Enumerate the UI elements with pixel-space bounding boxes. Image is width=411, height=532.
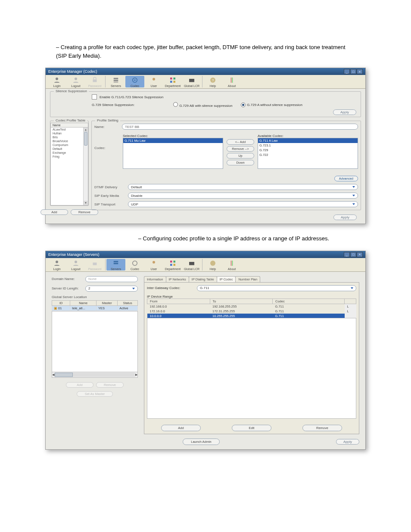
tb-about[interactable]: About xyxy=(222,259,241,271)
tb-help[interactable]: Help xyxy=(203,259,222,271)
silence-apply-button[interactable]: Apply xyxy=(333,109,356,115)
list-item[interactable]: Comporium xyxy=(51,143,88,147)
profile-list[interactable]: ALawTest Hufran Bris BroadVoice Comporiu… xyxy=(50,128,88,205)
list-item[interactable]: G.711 A Law xyxy=(258,138,358,143)
tb-password[interactable]: Password xyxy=(85,259,104,271)
maximize-icon[interactable]: □ xyxy=(350,252,356,257)
svg-rect-31 xyxy=(231,261,232,266)
table-row[interactable]: 172.16.0.0172.31.255.255G.711L xyxy=(147,309,356,314)
tb-help[interactable]: ?Help xyxy=(203,76,222,87)
ip-range-list-body[interactable] xyxy=(147,318,356,419)
svg-rect-2 xyxy=(93,80,97,82)
list-item[interactable]: Exchange xyxy=(51,151,88,155)
list-item[interactable]: Fring xyxy=(51,155,88,159)
tab-ip-networks[interactable]: IP Networks xyxy=(166,276,189,282)
dtmf-delivery-select[interactable]: Default xyxy=(128,184,358,190)
codec-up-button[interactable]: Up xyxy=(227,153,254,159)
svg-rect-13 xyxy=(189,79,194,82)
close-icon[interactable]: × xyxy=(357,69,363,74)
tb-globallcr[interactable]: Global LCR xyxy=(182,259,201,271)
window-titlebar: Enterprise Manager (Codec) _ □ × xyxy=(46,68,365,75)
list-item[interactable]: Hufran xyxy=(51,131,88,135)
list-item[interactable]: Bris xyxy=(51,135,88,139)
maximize-icon[interactable]: □ xyxy=(350,69,356,74)
tb-globallcr[interactable]: Global LCR xyxy=(182,76,201,87)
tb-department[interactable]: Department xyxy=(163,259,182,271)
g729-a-radio[interactable] xyxy=(241,103,246,107)
launch-admin-button[interactable]: Launch Admin xyxy=(183,439,220,445)
svg-rect-3 xyxy=(114,78,118,79)
list-item[interactable]: G.729 xyxy=(258,148,358,152)
tab-information[interactable]: Information xyxy=(144,276,166,282)
server-add-button[interactable]: Add xyxy=(66,382,93,388)
list-item[interactable]: ALawTest xyxy=(51,128,88,131)
svg-rect-20 xyxy=(93,262,97,265)
tb-codec[interactable]: Codec xyxy=(125,259,144,271)
tb-servers[interactable]: Servers xyxy=(106,259,125,271)
window-controls[interactable]: _ □ × xyxy=(344,252,363,257)
enable-silence-checkbox[interactable] xyxy=(92,94,97,100)
g729-ab-radio[interactable] xyxy=(173,102,178,107)
tb-department[interactable]: Department xyxy=(163,76,182,87)
list-item[interactable]: G.711 Mu Law xyxy=(123,138,223,143)
svg-rect-5 xyxy=(114,82,118,83)
tb-about[interactable]: About xyxy=(222,76,241,87)
server-id-length-select[interactable]: 2 xyxy=(85,286,138,292)
selected-codec-list[interactable]: G.711 Mu Law xyxy=(123,138,223,169)
server-remove-button[interactable]: Remove xyxy=(96,382,124,388)
inter-gateway-codec-select[interactable]: G.711 xyxy=(197,285,356,291)
list-item[interactable]: BroadVoice xyxy=(51,139,88,143)
servers-apply-button[interactable]: Apply xyxy=(336,439,359,445)
range-remove-button[interactable]: Remove xyxy=(302,425,342,431)
range-edit-button[interactable]: Edit xyxy=(232,425,271,431)
svg-point-30 xyxy=(210,261,215,266)
close-icon[interactable]: × xyxy=(357,252,363,257)
codec-remove-button[interactable]: Remove --> xyxy=(227,146,254,152)
tb-user[interactable]: User xyxy=(144,259,163,271)
ip-range-table[interactable]: From To Codec 192.168.0.0192.168.255.255… xyxy=(147,299,356,318)
tab-ip-codec[interactable]: IP Codec xyxy=(217,276,236,282)
server-table[interactable]: ID Name Master Status ▣ 01 tele_atl... Y… xyxy=(52,300,138,311)
profile-add-button[interactable]: Add xyxy=(40,209,68,215)
caption-codec-profile: – Creating a profile for each codec type… xyxy=(56,43,355,60)
tb-login[interactable]: Login xyxy=(47,259,66,271)
sip-transport-select[interactable]: UDP xyxy=(128,201,358,207)
tb-codec[interactable]: Codec xyxy=(125,76,144,87)
chevron-down-icon xyxy=(351,287,353,289)
list-item[interactable]: Default xyxy=(51,147,88,151)
list-item[interactable]: G.722 xyxy=(258,152,358,157)
svg-point-0 xyxy=(56,78,58,80)
table-row[interactable]: ▣ 01 tele_atl... YES Active xyxy=(52,305,138,311)
profile-apply-button[interactable]: Apply xyxy=(333,215,357,220)
tb-logout[interactable]: Logout xyxy=(66,259,85,271)
server-list-body[interactable] xyxy=(52,311,138,372)
advanced-button[interactable]: Advanced xyxy=(334,176,358,181)
svg-rect-21 xyxy=(114,261,118,262)
tb-servers[interactable]: Servers xyxy=(106,76,125,87)
domain-name-input[interactable]: None xyxy=(85,276,138,282)
available-codec-list[interactable]: G.711 A Law G.723.1 G.729 G.722 xyxy=(258,138,358,169)
svg-rect-29 xyxy=(189,262,194,265)
minimize-icon[interactable]: _ xyxy=(344,69,350,74)
codec-add-button[interactable]: <-- Add xyxy=(227,139,254,145)
sip-early-media-select[interactable]: Disable xyxy=(128,193,358,199)
tb-user[interactable]: User xyxy=(144,76,163,87)
profile-name-input[interactable]: TEST BB xyxy=(122,124,358,130)
profile-scrollbar[interactable]: ▲▼ xyxy=(83,128,88,205)
svg-point-18 xyxy=(56,261,58,263)
tb-logout[interactable]: Logout xyxy=(66,76,85,87)
chevron-down-icon xyxy=(352,195,355,196)
window-controls[interactable]: _ □ × xyxy=(344,69,363,74)
table-row[interactable]: 192.168.0.0192.168.255.255G.711L xyxy=(147,304,356,309)
minimize-icon[interactable]: _ xyxy=(344,252,350,257)
set-as-master-button[interactable]: Set As Master xyxy=(77,391,113,397)
range-add-button[interactable]: Add xyxy=(161,425,201,431)
tb-login[interactable]: Login xyxy=(47,76,66,87)
tb-password[interactable]: Password xyxy=(85,76,104,87)
codec-down-button[interactable]: Down xyxy=(227,160,254,165)
server-hscroll[interactable]: ◀▶ xyxy=(52,372,138,378)
list-item[interactable]: G.723.1 xyxy=(258,143,358,148)
tab-ip-dialing-table[interactable]: IP Dialing Table xyxy=(189,276,217,282)
tab-number-plan[interactable]: Number Plan xyxy=(235,276,260,282)
screenshot-servers: Enterprise Manager (Servers) _ □ × Login… xyxy=(45,251,366,450)
